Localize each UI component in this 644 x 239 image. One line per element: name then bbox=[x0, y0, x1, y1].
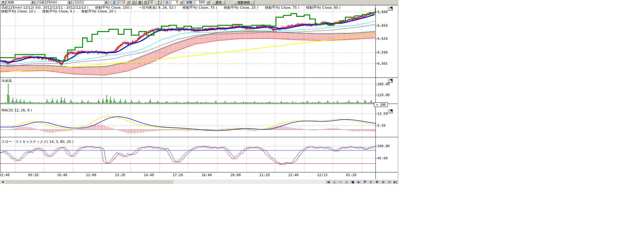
scrollbar-track[interactable] bbox=[173, 180, 325, 184]
main-pane-collapse-button[interactable] bbox=[387, 6, 393, 11]
time-tick-label: 13:20 bbox=[115, 173, 125, 177]
time-tick-label: 02:40 bbox=[0, 173, 10, 177]
chart-tool-button[interactable]: × bbox=[386, 180, 393, 184]
time-tick-label: 10:40 bbox=[57, 173, 67, 177]
period-month-button[interactable]: 月 bbox=[143, 0, 148, 4]
market-dropdown-value: 先物 bbox=[7, 1, 30, 4]
dropdown-arrow-icon[interactable]: ▼ bbox=[67, 1, 72, 4]
contract-month-dropdown[interactable]: 12/12 ▼ bbox=[74, 0, 109, 4]
price-tick-label: 9,620 bbox=[377, 37, 388, 41]
legend-line2: 移動平均( Close, 10 )移動平均( Close, 5 )移動平均( C… bbox=[1, 9, 374, 14]
period-day-button[interactable]: 日 bbox=[131, 0, 136, 4]
period-tick-button[interactable]: T bbox=[156, 0, 161, 4]
time-tick-label: 21:20 bbox=[259, 173, 269, 177]
time-tick-label: 14:40 bbox=[144, 173, 154, 177]
legend-entry: 移動平均( Close, 20 ) bbox=[81, 9, 116, 14]
chart-tool-button[interactable]: ⊕ bbox=[380, 180, 386, 184]
collapse-triangle-icon bbox=[390, 110, 392, 112]
spinner-icon[interactable]: ⊿ bbox=[179, 0, 183, 4]
volume-pane-label: 出来高 bbox=[2, 78, 12, 83]
macd-tick-label: 3.50 bbox=[377, 124, 386, 128]
bar-count-label: 本数 bbox=[184, 0, 194, 4]
stoch-tick-label: 100.00 bbox=[377, 144, 390, 148]
macd-tick-label: 13.50 bbox=[377, 112, 388, 116]
period-week-button[interactable]: 週 bbox=[137, 0, 142, 4]
volume-tick-label: 280.00 bbox=[377, 82, 390, 86]
chart-tool-button[interactable]: ⊥ bbox=[331, 180, 338, 184]
chart-tool-button[interactable]: − bbox=[337, 180, 344, 184]
multi-symbol-button[interactable]: 複数銘柄 bbox=[233, 0, 254, 4]
stoch-tick-label: 45.00 bbox=[377, 156, 388, 160]
price-tick-label: 9,680 bbox=[377, 10, 388, 14]
legend-entry: 移動平均( Close, 10 ) bbox=[1, 9, 36, 14]
minute-unit-label: 分 bbox=[164, 0, 170, 4]
chart-tool-button[interactable]: ⊥ bbox=[343, 180, 350, 184]
toolbar: ▼ 先物 ▼ 日経225mini ▼ 12/12 ▼ 足 1 ⊿ 日 週 月 分… bbox=[0, 0, 398, 5]
macd-pane-collapse-button[interactable] bbox=[387, 109, 393, 113]
time-tick-label: 18:40 bbox=[201, 173, 212, 177]
legend-entry: 移動平均( Close, 5 ) bbox=[43, 9, 75, 14]
volume-multiplier-badge: × 100 bbox=[374, 102, 388, 107]
volume-tick-label: 120.00 bbox=[377, 93, 390, 97]
chart-app-window: ▼ 先物 ▼ 日経225mini ▼ 12/12 ▼ 足 1 ⊿ 日 週 月 分… bbox=[0, 0, 398, 184]
time-tick-label: 12/13 bbox=[317, 173, 327, 177]
macd-pane-label: MACD( 12, 26, 9 ) bbox=[2, 108, 32, 112]
ashi-label: 足 bbox=[111, 0, 117, 4]
time-tick-label: 09:20 bbox=[28, 173, 38, 177]
scrollbar-thumb[interactable] bbox=[5, 180, 174, 184]
horizontal-scrollbar: ◀ ◀|⊥−⊥■▶PLB⊕×▶| bbox=[0, 180, 398, 184]
chart-tool-button[interactable]: ■ bbox=[349, 180, 356, 184]
chart-canvas[interactable] bbox=[0, 5, 398, 184]
symbol-dropdown[interactable]: 日経225mini ▼ bbox=[37, 0, 72, 4]
market-dropdown[interactable]: 先物 ▼ bbox=[7, 0, 35, 4]
contract-month-value: 12/12 bbox=[74, 1, 104, 4]
mini-dropdown-button[interactable]: ▼ bbox=[1, 0, 6, 4]
apply-button[interactable]: 適用 bbox=[212, 0, 225, 4]
time-tick-label: 20:00 bbox=[230, 173, 241, 177]
collapse-triangle-icon bbox=[390, 79, 392, 82]
minute-value-field[interactable]: 5 bbox=[171, 0, 179, 4]
chart-tool-button[interactable]: ▶ bbox=[356, 180, 362, 184]
time-tick-label: 17:20 bbox=[172, 173, 183, 177]
dropdown-arrow-icon[interactable]: ▼ bbox=[104, 1, 108, 4]
time-tick-label: 22:40 bbox=[288, 173, 298, 177]
bar-count-field[interactable]: 500 bbox=[195, 0, 206, 4]
spinner-icon[interactable]: ⊿ bbox=[206, 0, 210, 4]
ashi-count-field[interactable]: 1 bbox=[118, 0, 126, 4]
price-tick-label: 9,590 bbox=[377, 50, 388, 54]
chart-tool-button[interactable]: ◀| bbox=[325, 180, 332, 184]
collapse-triangle-icon bbox=[390, 7, 392, 9]
chart-tool-button[interactable]: ▶| bbox=[392, 180, 398, 184]
chart-tool-button[interactable]: P bbox=[362, 180, 368, 184]
chart-tool-button[interactable]: L bbox=[368, 180, 374, 184]
period-minute-button[interactable]: 分 bbox=[149, 0, 154, 4]
price-tick-label: 9,650 bbox=[377, 24, 388, 28]
dropdown-arrow-icon[interactable]: ▼ bbox=[30, 1, 35, 4]
stochastics-pane-label: スロー・ストキャスティクス( 14, 3, 80, 20 ) bbox=[2, 139, 73, 144]
desktop: ▼ 先物 ▼ 日経225mini ▼ 12/12 ▼ 足 1 ⊿ 日 週 月 分… bbox=[0, 0, 644, 239]
symbol-dropdown-value: 日経225mini bbox=[38, 1, 67, 4]
time-tick-label: 12:00 bbox=[86, 173, 96, 177]
spinner-icon[interactable]: ⊿ bbox=[126, 0, 130, 4]
time-tick-label: 01:20 bbox=[346, 173, 356, 177]
chart-tool-button[interactable]: B bbox=[374, 180, 380, 184]
price-tick-label: 9,565 bbox=[377, 62, 388, 66]
